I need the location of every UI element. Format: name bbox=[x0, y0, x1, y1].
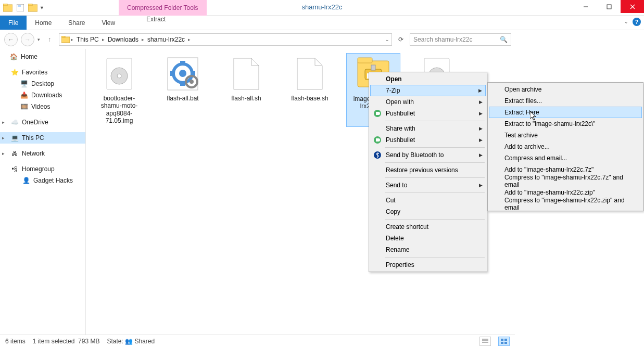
submenu-extract-files[interactable]: Extract files... bbox=[489, 95, 642, 107]
help-icon[interactable]: ? bbox=[633, 18, 641, 26]
file-item[interactable]: bootloader-shamu-moto-apq8084-71.05.img bbox=[92, 53, 146, 127]
submenu-7zip: Open archive Extract files... Extract He… bbox=[487, 82, 643, 211]
tab-file[interactable]: File bbox=[0, 16, 27, 30]
pushbullet-icon bbox=[373, 109, 382, 118]
submenu-extract-to[interactable]: Extract to "image-shamu-lrx22c\" bbox=[489, 118, 642, 130]
tab-share[interactable]: Share bbox=[60, 16, 93, 30]
svg-rect-36 bbox=[376, 138, 377, 142]
menu-open[interactable]: Open bbox=[370, 73, 486, 85]
sidebar-item-desktop[interactable]: 🖥️Desktop bbox=[0, 78, 85, 89]
submenu-test[interactable]: Test archive bbox=[489, 130, 642, 141]
menu-rename[interactable]: Rename bbox=[370, 244, 486, 255]
menu-shortcut[interactable]: Create shortcut bbox=[370, 221, 486, 233]
crumb-sep[interactable]: ▸ bbox=[71, 37, 73, 42]
chevron-right-icon[interactable]: ▸ bbox=[2, 151, 7, 156]
tab-home[interactable]: Home bbox=[27, 16, 60, 30]
address-dropdown-icon[interactable]: ⌄ bbox=[385, 37, 389, 42]
menu-separator bbox=[385, 219, 485, 220]
crumb-sep[interactable]: ▸ bbox=[142, 37, 144, 42]
chevron-right-icon[interactable]: ▸ bbox=[2, 135, 7, 140]
sidebar-label: Downloads bbox=[31, 92, 62, 99]
homegroup-icon: •§ bbox=[10, 165, 19, 173]
file-item[interactable]: flash-all.bat bbox=[156, 53, 210, 127]
refresh-button[interactable]: ⟳ bbox=[395, 34, 407, 45]
minimize-button[interactable] bbox=[574, 0, 597, 13]
menu-openwith[interactable]: Open with▶ bbox=[370, 96, 486, 108]
sidebar-label: Network bbox=[22, 150, 45, 157]
sidebar-label: Favorites bbox=[22, 69, 47, 76]
submenu-compress-zip-email[interactable]: Compress to "image-shamu-lrx22c.zip" and… bbox=[489, 198, 642, 210]
menu-sendto[interactable]: Send to▶ bbox=[370, 179, 486, 191]
svg-rect-43 bbox=[501, 342, 503, 344]
menu-label: Pushbullet bbox=[386, 110, 415, 117]
menu-label: Share with bbox=[386, 125, 415, 132]
crumb-sep[interactable]: ▸ bbox=[188, 37, 191, 42]
search-input[interactable]: Search shamu-lrx22c 🔍 bbox=[410, 33, 511, 46]
qat-dropdown-icon[interactable]: ▼ bbox=[40, 5, 44, 10]
search-icon[interactable]: 🔍 bbox=[500, 36, 508, 43]
file-item[interactable]: flash-base.sh bbox=[283, 53, 337, 127]
folder-icon[interactable] bbox=[2, 2, 14, 14]
menu-sharewith[interactable]: Share with▶ bbox=[370, 123, 486, 134]
view-details-button[interactable] bbox=[479, 337, 491, 346]
menu-label: Cut bbox=[386, 197, 396, 204]
tab-view[interactable]: View bbox=[93, 16, 123, 30]
menu-pushbullet2[interactable]: Pushbullet▶ bbox=[370, 134, 486, 146]
menu-label: Delete bbox=[386, 235, 404, 242]
svg-rect-29 bbox=[371, 65, 375, 70]
sidebar-item-network[interactable]: ▸🖧Network bbox=[0, 148, 85, 159]
menu-7zip[interactable]: 7-Zip▶ bbox=[370, 85, 486, 96]
sidebar-item-videos[interactable]: 🎞️Videos bbox=[0, 101, 85, 112]
file-item[interactable]: flash-all.sh bbox=[219, 53, 273, 127]
menu-separator bbox=[385, 192, 485, 193]
submenu-compress-7z-email[interactable]: Compress to "image-shamu-lrx22c.7z" and … bbox=[489, 175, 642, 187]
menu-copy[interactable]: Copy bbox=[370, 206, 486, 217]
menu-properties[interactable]: Properties bbox=[370, 259, 486, 271]
submenu-add[interactable]: Add to archive... bbox=[489, 141, 642, 152]
svg-rect-7 bbox=[607, 5, 611, 9]
submenu-open-archive[interactable]: Open archive bbox=[489, 84, 642, 95]
svg-rect-34 bbox=[376, 112, 377, 115]
menu-label: Pushbullet bbox=[386, 136, 415, 144]
submenu-extract-here[interactable]: Extract Here bbox=[489, 107, 642, 118]
status-count: 6 items bbox=[5, 338, 26, 345]
menu-restore[interactable]: Restore previous versions bbox=[370, 164, 486, 176]
tab-extract[interactable]: Extract bbox=[138, 16, 174, 23]
sidebar-label: This PC bbox=[22, 134, 44, 142]
sidebar-item-homegroup[interactable]: •§Homegroup bbox=[0, 163, 85, 175]
crumb-thispc[interactable]: This PC bbox=[74, 36, 101, 43]
folder-icon bbox=[61, 35, 70, 44]
sidebar-item-gadgethacks[interactable]: 👤Gadget Hacks bbox=[0, 175, 85, 186]
forward-button[interactable]: → bbox=[21, 33, 34, 46]
menu-label: Copy bbox=[386, 208, 400, 215]
menu-label: Send to bbox=[386, 182, 407, 189]
menu-bluetooth[interactable]: Send by Bluetooth to▶ bbox=[370, 149, 486, 161]
menu-label: Properties bbox=[386, 261, 414, 268]
address-bar[interactable]: ▸ This PC ▸ Downloads ▸ shamu-lrx22c ▸ ⌄ bbox=[59, 33, 392, 46]
close-button[interactable] bbox=[621, 0, 644, 13]
file-label: bootloader-shamu-moto-apq8084-71.05.img bbox=[94, 95, 144, 125]
crumb-current[interactable]: shamu-lrx22c bbox=[145, 36, 187, 43]
sidebar-item-downloads[interactable]: 📥Downloads bbox=[0, 89, 85, 101]
up-button[interactable]: ↑ bbox=[43, 33, 56, 46]
chevron-right-icon[interactable]: ▸ bbox=[2, 120, 7, 125]
menu-pushbullet[interactable]: Pushbullet▶ bbox=[370, 108, 486, 119]
sidebar-item-favorites[interactable]: ⭐Favorites bbox=[0, 67, 85, 78]
contextual-tab[interactable]: Compressed Folder Tools bbox=[119, 0, 207, 16]
history-dropdown-icon[interactable]: ▾ bbox=[37, 37, 40, 42]
crumb-sep[interactable]: ▸ bbox=[102, 37, 105, 42]
crumb-downloads[interactable]: Downloads bbox=[106, 36, 141, 43]
sidebar-item-thispc[interactable]: ▸💻This PC bbox=[0, 132, 85, 144]
back-button[interactable]: ← bbox=[4, 33, 18, 46]
sidebar-label: OneDrive bbox=[22, 119, 48, 126]
properties-icon[interactable] bbox=[15, 2, 26, 14]
submenu-compress-email[interactable]: Compress and email... bbox=[489, 152, 642, 164]
view-icons-button[interactable] bbox=[498, 337, 510, 346]
ribbon-expand-icon[interactable]: ⌄ bbox=[624, 19, 628, 24]
menu-delete[interactable]: Delete bbox=[370, 233, 486, 244]
sidebar-item-onedrive[interactable]: ▸☁️OneDrive bbox=[0, 117, 85, 128]
maximize-button[interactable] bbox=[597, 0, 621, 13]
new-folder-icon[interactable] bbox=[27, 2, 39, 14]
menu-cut[interactable]: Cut bbox=[370, 195, 486, 206]
sidebar-item-home[interactable]: 🏠Home bbox=[0, 51, 85, 62]
